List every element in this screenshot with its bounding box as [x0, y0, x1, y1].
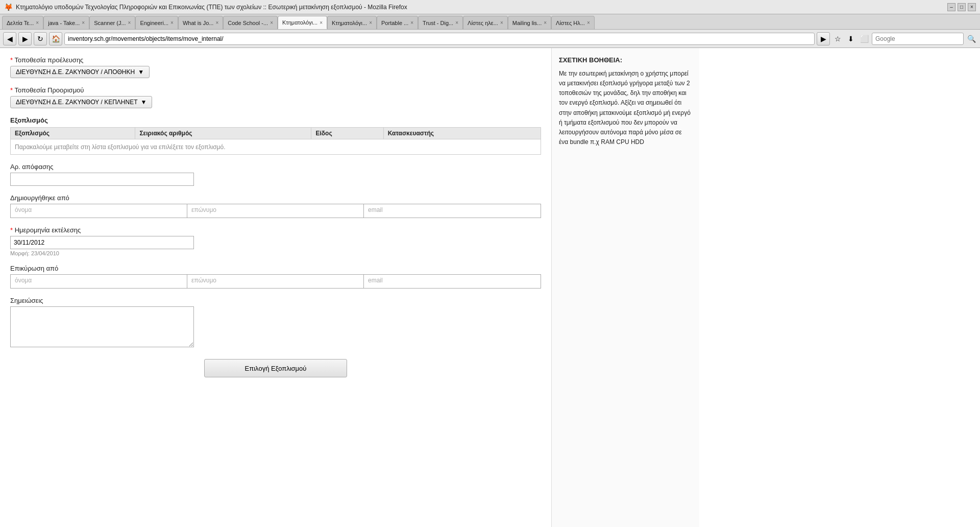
tab-trust-close[interactable]: × [455, 20, 458, 26]
main-container: Τοποθεσία προέλευσης ΔΙΕΥΘΥΝΣΗ Δ.Ε. ΖΑΚΥ… [0, 48, 980, 527]
tab-ktima2-label: Κτηματολόγι... [332, 20, 367, 26]
date-label: Ημερομηνία εκτέλεσης [10, 226, 541, 234]
home-button[interactable]: 🏠 [49, 32, 62, 45]
close-button[interactable]: × [968, 3, 976, 11]
dest-label: Τοποθεσία Προορισμού [10, 86, 541, 94]
dest-dropdown-arrow: ▼ [141, 99, 147, 106]
refresh-button[interactable]: ↻ [34, 32, 47, 45]
tab-ktima2-close[interactable]: × [369, 20, 372, 26]
tab-deltia[interactable]: Δελτία Τε... × [2, 16, 43, 29]
equipment-field-group: Εξοπλισμός Εξοπλισμός Σειριακός αριθμός … [10, 116, 541, 155]
titlebar-controls[interactable]: – □ × [947, 3, 976, 11]
submit-button[interactable]: Επιλογή Εξοπλισμού [204, 359, 347, 377]
created-firstname: όνομα [11, 204, 187, 218]
approved-firstname: όνομα [11, 275, 187, 288]
fullscreen-icon[interactable]: ⬜ [859, 33, 870, 44]
tab-codeschool-close[interactable]: × [270, 20, 273, 26]
created-email: email [364, 204, 541, 218]
col-serial: Σειριακός αριθμός [135, 128, 311, 139]
dest-field-group: Τοποθεσία Προορισμού ΔΙΕΥΘΥΝΣΗ Δ.Ε. ΖΑΚΥ… [10, 86, 541, 108]
tab-deltia-close[interactable]: × [36, 20, 39, 26]
date-field-group: Ημερομηνία εκτέλεσης Μορφή: 23/04/2010 [10, 226, 541, 256]
tab-engineering[interactable]: Engineeri... × [135, 16, 178, 29]
tab-bar: Δελτία Τε... × java - Take... × Scanner … [0, 14, 980, 30]
main-content: Τοποθεσία προέλευσης ΔΙΕΥΘΥΝΣΗ Δ.Ε. ΖΑΚΥ… [0, 48, 551, 527]
tab-listes2-label: Λίστες Ηλ... [556, 20, 585, 26]
bookmarks-icon[interactable]: ☆ [832, 33, 843, 44]
tab-java[interactable]: java - Take... × [43, 16, 89, 29]
approved-email: email [364, 275, 541, 288]
restore-button[interactable]: □ [958, 3, 966, 11]
tab-mailing-close[interactable]: × [544, 20, 547, 26]
titlebar: 🦊 Κτηματολόγιο υποδομών Τεχνολογίας Πληρ… [0, 0, 980, 14]
minimize-button[interactable]: – [947, 3, 955, 11]
address-bar[interactable] [64, 33, 815, 45]
tab-engineering-close[interactable]: × [170, 20, 174, 26]
sidebar-text: Με την εσωτερική μετακίνηση ο χρήστης μπ… [559, 69, 692, 148]
decision-label: Αρ. απόφασης [10, 163, 541, 171]
tab-listes1-label: Λίστες ηλε... [468, 20, 498, 26]
decision-field-group: Αρ. απόφασης [10, 163, 541, 186]
tab-trust[interactable]: Trust - Dig... × [418, 16, 463, 29]
created-label: Δημιουργήθηκε από [10, 194, 541, 202]
tab-codeschool[interactable]: Code School -... × [223, 16, 278, 29]
equipment-table: Εξοπλισμός Σειριακός αριθμός Είδος Κατασ… [10, 127, 541, 155]
tab-mailing[interactable]: Mailing lis... × [508, 16, 551, 29]
tab-ktima1-close[interactable]: × [320, 20, 323, 26]
created-lastname: επώνυμο [187, 204, 364, 218]
tab-ktima2[interactable]: Κτηματολόγι... × [327, 16, 377, 29]
tab-scanner[interactable]: Scanner (J... × [89, 16, 135, 29]
go-button[interactable]: ▶ [817, 32, 830, 45]
dest-dropdown-value: ΔΙΕΥΘΥΝΣΗ Δ.Ε. ΖΑΚΥΝΘΟΥ / ΚΕΠΛΗΝΕΤ [16, 99, 138, 106]
forward-button[interactable]: ▶ [18, 32, 32, 45]
tab-scanner-label: Scanner (J... [94, 20, 126, 26]
source-dropdown-arrow: ▼ [138, 68, 144, 76]
tab-mailing-label: Mailing lis... [512, 20, 542, 26]
source-dropdown-value: ΔΙΕΥΘΥΝΣΗ Δ.Ε. ΖΑΚΥΝΘΟΥ / ΑΠΟΘΗΚΗ [16, 68, 135, 76]
date-format-hint: Μορφή: 23/04/2010 [10, 250, 541, 256]
source-field-group: Τοποθεσία προέλευσης ΔΙΕΥΘΥΝΣΗ Δ.Ε. ΖΑΚΥ… [10, 56, 541, 78]
decision-input[interactable] [10, 173, 194, 186]
tab-listes1-close[interactable]: × [500, 20, 503, 26]
created-field-group: Δημιουργήθηκε από όνομα επώνυμο email [10, 194, 541, 218]
tab-codeschool-label: Code School -... [228, 20, 268, 26]
equipment-section-title: Εξοπλισμός [10, 116, 541, 124]
source-dropdown[interactable]: ΔΙΕΥΘΥΝΣΗ Δ.Ε. ΖΑΚΥΝΘΟΥ / ΑΠΟΘΗΚΗ ▼ [10, 66, 150, 78]
back-button[interactable]: ◀ [3, 32, 16, 45]
notes-label: Σημειώσεις [10, 297, 541, 304]
tab-deltia-label: Δελτία Τε... [7, 20, 34, 26]
tab-listes2[interactable]: Λίστες Ηλ... × [551, 16, 595, 29]
date-input[interactable] [10, 236, 194, 249]
tab-java-close[interactable]: × [82, 20, 85, 26]
approved-lastname: επώνυμο [187, 275, 364, 288]
notes-textarea[interactable] [10, 306, 194, 347]
tab-ktima1-label: Κτηματολόγι... [282, 19, 317, 26]
download-icon[interactable]: ⬇ [845, 33, 856, 44]
tab-scanner-close[interactable]: × [128, 20, 131, 26]
col-equipment: Εξοπλισμός [11, 128, 135, 139]
dest-dropdown[interactable]: ΔΙΕΥΘΥΝΣΗ Δ.Ε. ΖΑΚΥΝΘΟΥ / ΚΕΠΛΗΝΕΤ ▼ [10, 96, 152, 108]
sidebar: ΣΧΕΤΙΚΗ ΒΟΗΘΕΙΑ: Με την εσωτερική μετακί… [551, 48, 699, 527]
equipment-hint-cell: Παρακαλούμε μεταβείτε στη λίστα εξοπλισμ… [11, 139, 541, 155]
tab-portable-close[interactable]: × [410, 20, 413, 26]
tab-portable[interactable]: Portable ... × [377, 16, 418, 29]
window-title: Κτηματολόγιο υποδομών Τεχνολογίας Πληροφ… [16, 4, 407, 11]
approved-field-group: Επικύρωση από όνομα επώνυμο email [10, 265, 541, 289]
notes-field-group: Σημειώσεις [10, 297, 541, 349]
search-input[interactable] [872, 33, 964, 45]
equipment-table-hint-row: Παρακαλούμε μεταβείτε στη λίστα εξοπλισμ… [11, 139, 541, 155]
titlebar-left: 🦊 Κτηματολόγιο υποδομών Τεχνολογίας Πληρ… [4, 3, 407, 11]
tab-trust-label: Trust - Dig... [423, 20, 453, 26]
approved-row: όνομα επώνυμο email [10, 274, 541, 289]
tab-whatisjo-close[interactable]: × [215, 20, 218, 26]
equipment-table-header: Εξοπλισμός Σειριακός αριθμός Είδος Κατασ… [11, 128, 541, 139]
toolbar-icons: ☆ ⬇ ⬜ [832, 33, 870, 44]
tab-ktima1[interactable]: Κτηματολόγι... × [278, 16, 327, 29]
tab-listes2-close[interactable]: × [587, 20, 590, 26]
col-type: Είδος [311, 128, 383, 139]
tab-listes1[interactable]: Λίστες ηλε... × [463, 16, 508, 29]
created-row: όνομα επώνυμο email [10, 204, 541, 218]
search-button[interactable]: 🔍 [966, 33, 977, 44]
sidebar-title: ΣΧΕΤΙΚΗ ΒΟΗΘΕΙΑ: [559, 55, 692, 66]
tab-whatisjo[interactable]: What is Jo... × [178, 16, 223, 29]
